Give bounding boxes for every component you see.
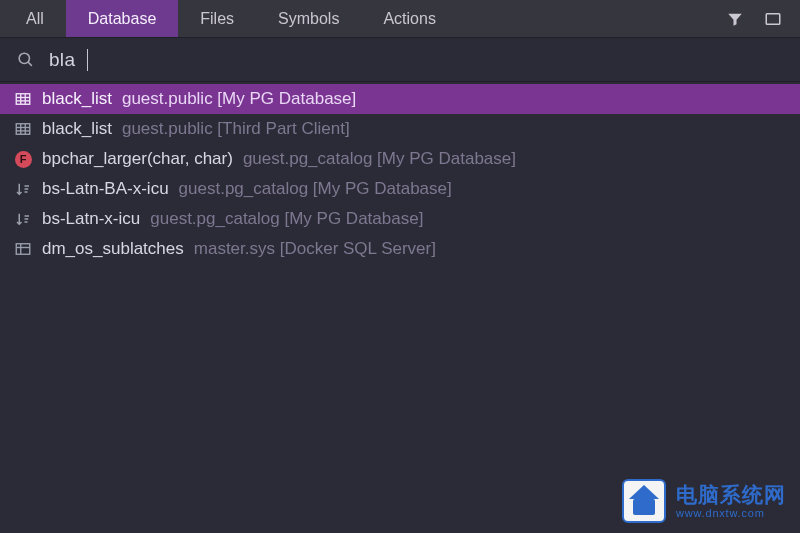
result-row[interactable]: black_list guest.public [Third Part Clie… (0, 114, 800, 144)
search-row: bla (0, 38, 800, 82)
tabs-right-tools (726, 10, 800, 28)
result-meta: master.sys [Docker SQL Server] (194, 239, 436, 259)
collation-icon (14, 180, 32, 198)
result-name: bs-Latn-BA-x-icu (42, 179, 169, 199)
watermark-logo-icon (622, 479, 666, 523)
result-row[interactable]: black_list guest.public [My PG Database] (0, 84, 800, 114)
result-meta: guest.pg_catalog [My PG Database] (150, 209, 423, 229)
result-row[interactable]: bs-Latn-x-icu guest.pg_catalog [My PG Da… (0, 204, 800, 234)
text-caret (87, 49, 88, 71)
svg-rect-13 (16, 244, 30, 255)
tab-actions[interactable]: Actions (361, 0, 457, 37)
tab-files[interactable]: Files (178, 0, 256, 37)
search-icon (16, 50, 35, 69)
panel-icon[interactable] (764, 10, 782, 28)
svg-rect-8 (16, 124, 30, 135)
result-meta: guest.public [Third Part Client] (122, 119, 350, 139)
view-icon (14, 240, 32, 258)
watermark-subtitle: www.dnxtw.com (676, 507, 786, 519)
result-meta: guest.public [My PG Database] (122, 89, 356, 109)
result-meta: guest.pg_catalog [My PG Database] (179, 179, 452, 199)
watermark-title: 电脑系统网 (676, 483, 786, 506)
result-name: dm_os_sublatches (42, 239, 184, 259)
tab-database[interactable]: Database (66, 0, 179, 37)
tabs-bar: All Database Files Symbols Actions (0, 0, 800, 38)
result-name: black_list (42, 89, 112, 109)
search-input[interactable]: bla (49, 49, 75, 71)
collation-icon (14, 210, 32, 228)
tab-symbols[interactable]: Symbols (256, 0, 361, 37)
result-row[interactable]: dm_os_sublatches master.sys [Docker SQL … (0, 234, 800, 264)
watermark: 电脑系统网 www.dnxtw.com (622, 479, 786, 523)
result-row[interactable]: F bpchar_larger(char, char) guest.pg_cat… (0, 144, 800, 174)
result-name: black_list (42, 119, 112, 139)
results-list: black_list guest.public [My PG Database]… (0, 82, 800, 264)
svg-line-2 (28, 62, 32, 66)
svg-rect-0 (766, 13, 780, 24)
result-name: bs-Latn-x-icu (42, 209, 140, 229)
result-name: bpchar_larger(char, char) (42, 149, 233, 169)
function-icon: F (14, 150, 32, 168)
table-icon (14, 90, 32, 108)
tab-all[interactable]: All (4, 0, 66, 37)
filter-icon[interactable] (726, 10, 744, 28)
svg-point-1 (19, 53, 29, 63)
result-row[interactable]: bs-Latn-BA-x-icu guest.pg_catalog [My PG… (0, 174, 800, 204)
svg-rect-3 (16, 94, 30, 105)
result-meta: guest.pg_catalog [My PG Database] (243, 149, 516, 169)
table-icon (14, 120, 32, 138)
